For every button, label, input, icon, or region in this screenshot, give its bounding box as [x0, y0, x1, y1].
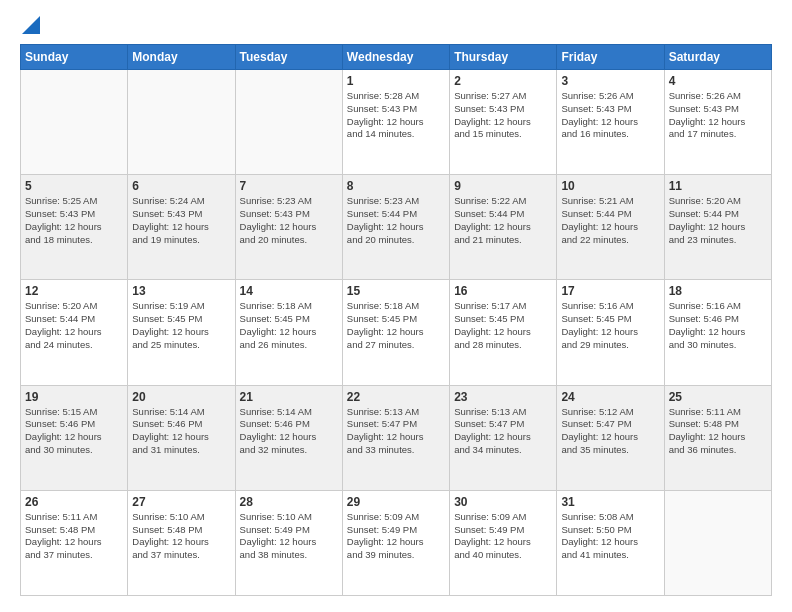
cell-content: Sunrise: 5:13 AMSunset: 5:47 PMDaylight:…: [347, 406, 445, 457]
calendar-cell: 29Sunrise: 5:09 AMSunset: 5:49 PMDayligh…: [342, 490, 449, 595]
header-saturday: Saturday: [664, 45, 771, 70]
day-number: 13: [132, 284, 230, 298]
calendar-cell: 12Sunrise: 5:20 AMSunset: 5:44 PMDayligh…: [21, 280, 128, 385]
page: SundayMondayTuesdayWednesdayThursdayFrid…: [0, 0, 792, 612]
calendar-cell: 1Sunrise: 5:28 AMSunset: 5:43 PMDaylight…: [342, 70, 449, 175]
day-number: 25: [669, 390, 767, 404]
day-number: 2: [454, 74, 552, 88]
cell-content: Sunrise: 5:20 AMSunset: 5:44 PMDaylight:…: [669, 195, 767, 246]
cell-content: Sunrise: 5:14 AMSunset: 5:46 PMDaylight:…: [240, 406, 338, 457]
day-number: 18: [669, 284, 767, 298]
calendar-cell: 16Sunrise: 5:17 AMSunset: 5:45 PMDayligh…: [450, 280, 557, 385]
day-number: 30: [454, 495, 552, 509]
calendar-cell: 6Sunrise: 5:24 AMSunset: 5:43 PMDaylight…: [128, 175, 235, 280]
day-number: 29: [347, 495, 445, 509]
day-number: 9: [454, 179, 552, 193]
calendar-cell: 20Sunrise: 5:14 AMSunset: 5:46 PMDayligh…: [128, 385, 235, 490]
cell-content: Sunrise: 5:16 AMSunset: 5:46 PMDaylight:…: [669, 300, 767, 351]
calendar-week-1: 1Sunrise: 5:28 AMSunset: 5:43 PMDaylight…: [21, 70, 772, 175]
calendar-table: SundayMondayTuesdayWednesdayThursdayFrid…: [20, 44, 772, 596]
calendar-cell: 3Sunrise: 5:26 AMSunset: 5:43 PMDaylight…: [557, 70, 664, 175]
calendar-cell: 18Sunrise: 5:16 AMSunset: 5:46 PMDayligh…: [664, 280, 771, 385]
cell-content: Sunrise: 5:20 AMSunset: 5:44 PMDaylight:…: [25, 300, 123, 351]
day-number: 19: [25, 390, 123, 404]
header-sunday: Sunday: [21, 45, 128, 70]
calendar-cell: 27Sunrise: 5:10 AMSunset: 5:48 PMDayligh…: [128, 490, 235, 595]
calendar-cell: 15Sunrise: 5:18 AMSunset: 5:45 PMDayligh…: [342, 280, 449, 385]
cell-content: Sunrise: 5:09 AMSunset: 5:49 PMDaylight:…: [347, 511, 445, 562]
day-number: 12: [25, 284, 123, 298]
cell-content: Sunrise: 5:23 AMSunset: 5:43 PMDaylight:…: [240, 195, 338, 246]
calendar-cell: 13Sunrise: 5:19 AMSunset: 5:45 PMDayligh…: [128, 280, 235, 385]
header-monday: Monday: [128, 45, 235, 70]
day-number: 22: [347, 390, 445, 404]
calendar-cell: 9Sunrise: 5:22 AMSunset: 5:44 PMDaylight…: [450, 175, 557, 280]
day-number: 14: [240, 284, 338, 298]
cell-content: Sunrise: 5:19 AMSunset: 5:45 PMDaylight:…: [132, 300, 230, 351]
day-number: 5: [25, 179, 123, 193]
cell-content: Sunrise: 5:18 AMSunset: 5:45 PMDaylight:…: [240, 300, 338, 351]
calendar-cell: 17Sunrise: 5:16 AMSunset: 5:45 PMDayligh…: [557, 280, 664, 385]
day-number: 17: [561, 284, 659, 298]
calendar-cell: 31Sunrise: 5:08 AMSunset: 5:50 PMDayligh…: [557, 490, 664, 595]
cell-content: Sunrise: 5:09 AMSunset: 5:49 PMDaylight:…: [454, 511, 552, 562]
day-number: 31: [561, 495, 659, 509]
cell-content: Sunrise: 5:23 AMSunset: 5:44 PMDaylight:…: [347, 195, 445, 246]
day-number: 23: [454, 390, 552, 404]
cell-content: Sunrise: 5:11 AMSunset: 5:48 PMDaylight:…: [25, 511, 123, 562]
day-number: 16: [454, 284, 552, 298]
day-number: 8: [347, 179, 445, 193]
calendar-cell: [664, 490, 771, 595]
calendar-cell: [128, 70, 235, 175]
cell-content: Sunrise: 5:24 AMSunset: 5:43 PMDaylight:…: [132, 195, 230, 246]
header-tuesday: Tuesday: [235, 45, 342, 70]
cell-content: Sunrise: 5:15 AMSunset: 5:46 PMDaylight:…: [25, 406, 123, 457]
cell-content: Sunrise: 5:13 AMSunset: 5:47 PMDaylight:…: [454, 406, 552, 457]
cell-content: Sunrise: 5:11 AMSunset: 5:48 PMDaylight:…: [669, 406, 767, 457]
calendar-week-2: 5Sunrise: 5:25 AMSunset: 5:43 PMDaylight…: [21, 175, 772, 280]
header-friday: Friday: [557, 45, 664, 70]
cell-content: Sunrise: 5:08 AMSunset: 5:50 PMDaylight:…: [561, 511, 659, 562]
cell-content: Sunrise: 5:14 AMSunset: 5:46 PMDaylight:…: [132, 406, 230, 457]
calendar-cell: 5Sunrise: 5:25 AMSunset: 5:43 PMDaylight…: [21, 175, 128, 280]
day-number: 7: [240, 179, 338, 193]
cell-content: Sunrise: 5:18 AMSunset: 5:45 PMDaylight:…: [347, 300, 445, 351]
calendar-cell: [21, 70, 128, 175]
day-number: 26: [25, 495, 123, 509]
day-number: 3: [561, 74, 659, 88]
calendar-week-5: 26Sunrise: 5:11 AMSunset: 5:48 PMDayligh…: [21, 490, 772, 595]
calendar-cell: 30Sunrise: 5:09 AMSunset: 5:49 PMDayligh…: [450, 490, 557, 595]
cell-content: Sunrise: 5:26 AMSunset: 5:43 PMDaylight:…: [561, 90, 659, 141]
svg-marker-0: [22, 16, 40, 34]
calendar-cell: 2Sunrise: 5:27 AMSunset: 5:43 PMDaylight…: [450, 70, 557, 175]
header-wednesday: Wednesday: [342, 45, 449, 70]
calendar-week-4: 19Sunrise: 5:15 AMSunset: 5:46 PMDayligh…: [21, 385, 772, 490]
calendar-cell: 21Sunrise: 5:14 AMSunset: 5:46 PMDayligh…: [235, 385, 342, 490]
cell-content: Sunrise: 5:10 AMSunset: 5:48 PMDaylight:…: [132, 511, 230, 562]
day-number: 11: [669, 179, 767, 193]
cell-content: Sunrise: 5:27 AMSunset: 5:43 PMDaylight:…: [454, 90, 552, 141]
calendar-cell: 19Sunrise: 5:15 AMSunset: 5:46 PMDayligh…: [21, 385, 128, 490]
day-number: 27: [132, 495, 230, 509]
calendar-header-row: SundayMondayTuesdayWednesdayThursdayFrid…: [21, 45, 772, 70]
calendar-cell: 24Sunrise: 5:12 AMSunset: 5:47 PMDayligh…: [557, 385, 664, 490]
day-number: 24: [561, 390, 659, 404]
calendar-cell: 25Sunrise: 5:11 AMSunset: 5:48 PMDayligh…: [664, 385, 771, 490]
calendar-cell: 7Sunrise: 5:23 AMSunset: 5:43 PMDaylight…: [235, 175, 342, 280]
day-number: 15: [347, 284, 445, 298]
header: [20, 16, 772, 34]
calendar-cell: 28Sunrise: 5:10 AMSunset: 5:49 PMDayligh…: [235, 490, 342, 595]
day-number: 21: [240, 390, 338, 404]
calendar-cell: 23Sunrise: 5:13 AMSunset: 5:47 PMDayligh…: [450, 385, 557, 490]
cell-content: Sunrise: 5:25 AMSunset: 5:43 PMDaylight:…: [25, 195, 123, 246]
calendar-cell: 10Sunrise: 5:21 AMSunset: 5:44 PMDayligh…: [557, 175, 664, 280]
cell-content: Sunrise: 5:21 AMSunset: 5:44 PMDaylight:…: [561, 195, 659, 246]
cell-content: Sunrise: 5:26 AMSunset: 5:43 PMDaylight:…: [669, 90, 767, 141]
header-thursday: Thursday: [450, 45, 557, 70]
cell-content: Sunrise: 5:17 AMSunset: 5:45 PMDaylight:…: [454, 300, 552, 351]
calendar-cell: 22Sunrise: 5:13 AMSunset: 5:47 PMDayligh…: [342, 385, 449, 490]
day-number: 4: [669, 74, 767, 88]
cell-content: Sunrise: 5:28 AMSunset: 5:43 PMDaylight:…: [347, 90, 445, 141]
cell-content: Sunrise: 5:10 AMSunset: 5:49 PMDaylight:…: [240, 511, 338, 562]
day-number: 1: [347, 74, 445, 88]
